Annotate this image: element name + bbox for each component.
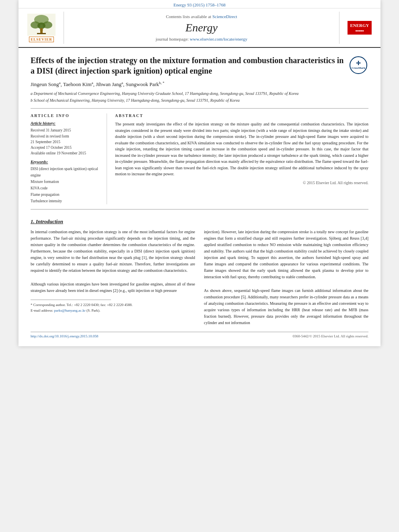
email-link[interactable]: parks@hanyang.ac.kr: [54, 308, 85, 312]
elsevier-logo: ELSEVIER: [23, 12, 60, 44]
affiliation-b: b School of Mechanical Engineering, Hany…: [31, 98, 368, 103]
contents-line: Contents lists available at ScienceDirec…: [166, 14, 237, 19]
intro-right-paragraph-2: As shown above, sequential high-speed fl…: [204, 288, 368, 326]
citation-bar: Energy 93 (2015) 1758–1768: [19, 0, 380, 8]
article-title-text: Effects of the injection strategy on the…: [31, 56, 343, 75]
homepage-text: journal homepage:: [156, 37, 190, 41]
intro-heading: 1. Introduction: [31, 218, 368, 225]
introduction-section: 1. Introduction In internal combustion e…: [31, 218, 368, 326]
footnote-divider: [31, 300, 111, 300]
journal-header: ELSEVIER Contents lists available at Sci…: [19, 8, 380, 48]
intro-paragraph-2: Although various injection strategies ha…: [31, 281, 195, 294]
doi-link[interactable]: http://dx.doi.org/10.1016/j.energy.2015.…: [31, 334, 98, 338]
article-info-abstract: ARTICLE INFO Article history: Received 3…: [31, 113, 368, 204]
keyword-1: DISI (direct injection spark ignition) o…: [31, 166, 101, 179]
divider-after-affiliations: [31, 108, 368, 109]
citation-text: Energy 93 (2015) 1758–1768: [173, 2, 226, 7]
intro-paragraph-1: In internal combustion engines, the inje…: [31, 229, 195, 274]
footnote-corresponding: * Corresponding author. Tel.: +82 2 2220…: [31, 302, 195, 308]
keyword-5: Turbulence intensity: [31, 198, 101, 204]
keywords-heading: Keywords:: [31, 160, 101, 164]
crossmark-label: CrossMark: [352, 67, 365, 70]
crossmark[interactable]: ✛ CrossMark: [348, 55, 368, 75]
keywords-list: DISI (direct injection spark ignition) o…: [31, 166, 101, 205]
journal-logo-right: ENERGY ■■■■■: [343, 12, 376, 44]
elsevier-label: ELSEVIER: [29, 37, 54, 42]
email-name: (S. Park).: [86, 308, 100, 312]
author-sup-a1: a: [59, 81, 60, 85]
article-body: Effects of the injection strategy on the…: [19, 48, 380, 346]
revised-date: 21 September 2015: [31, 139, 101, 145]
authors-line: Jingeun Songa, Taehoon Kima, Jihwan Jang…: [31, 81, 368, 88]
affiliation-a: a Department of Mechanical Convergence E…: [31, 91, 368, 97]
author-sup-a2: a: [92, 81, 93, 85]
energy-badge: ENERGY ■■■■■: [348, 21, 371, 34]
intro-right-paragraph-1: injection). However, late injection duri…: [204, 229, 368, 280]
issn-text: 0360-5442/© 2015 Elsevier Ltd. All right…: [293, 334, 368, 338]
abstract-heading: ABSTRACT: [115, 113, 368, 118]
keyword-4: Flame propagation: [31, 191, 101, 198]
article-history-heading: Article history:: [31, 121, 101, 125]
received-revised-label: Received in revised form: [31, 134, 101, 139]
article-info-heading: ARTICLE INFO: [31, 113, 101, 118]
svg-rect-6: [37, 33, 46, 34]
keyword-3: KIVA code: [31, 185, 101, 191]
abstract-col: ABSTRACT The present study investigates …: [115, 113, 368, 204]
homepage-link[interactable]: www.elsevier.com/locate/energy: [190, 37, 247, 41]
intro-body-cols: In internal combustion engines, the inje…: [31, 229, 368, 326]
abstract-text: The present study investigates the effec…: [115, 121, 368, 177]
author-sup-b: b, *: [159, 81, 165, 85]
author-sup-a3: a: [121, 81, 123, 85]
author-jihwan: Jihwan Jang: [96, 81, 121, 87]
article-info-col: ARTICLE INFO Article history: Received 3…: [31, 113, 107, 204]
author-taehoon: Taehoon Kim: [63, 81, 92, 87]
svg-point-4: [37, 23, 45, 29]
accepted-date: Accepted 17 October 2015: [31, 145, 101, 150]
energy-badge-subtitle: ■■■■■: [350, 29, 369, 33]
journal-title: Energy: [185, 21, 218, 34]
received-date: Received 31 January 2015: [31, 127, 101, 133]
energy-badge-text: ENERGY: [350, 23, 369, 28]
author-jingeun: Jingeun Song: [31, 81, 59, 87]
intro-left-col: In internal combustion engines, the inje…: [31, 229, 195, 326]
contents-text: Contents lists available at: [166, 14, 212, 19]
copyright-line: © 2015 Elsevier Ltd. All rights reserved…: [115, 181, 368, 185]
svg-point-7: [40, 28, 43, 31]
available-online: Available online 19 November 2015: [31, 150, 101, 156]
elsevier-tree-icon: [27, 14, 56, 36]
author-sungwook: Sungwook Park: [126, 81, 159, 87]
crossmark-inner: ✛ CrossMark: [350, 56, 367, 74]
divider-after-abstract: [31, 209, 368, 210]
homepage-line: journal homepage: www.elsevier.com/locat…: [156, 37, 247, 41]
page-footer: http://dx.doi.org/10.1016/j.energy.2015.…: [31, 332, 368, 338]
science-direct-link[interactable]: ScienceDirect: [212, 14, 237, 19]
footnote-email: E-mail address: parks@hanyang.ac.kr (S. …: [31, 308, 195, 314]
article-title: Effects of the injection strategy on the…: [31, 55, 368, 76]
keyword-2: Mixture formation: [31, 179, 101, 185]
intro-right-col: injection). However, late injection duri…: [204, 229, 368, 326]
journal-center: Contents lists available at ScienceDirec…: [64, 12, 339, 44]
